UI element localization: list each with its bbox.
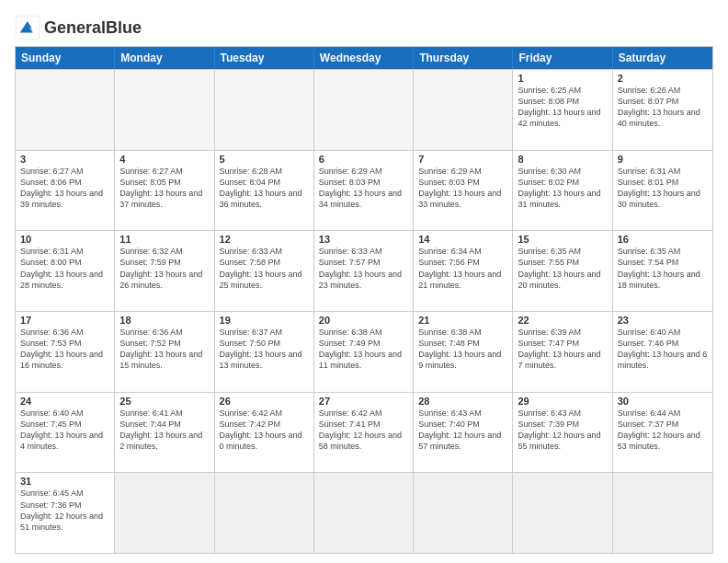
day-number: 10 xyxy=(20,234,109,245)
day-cell: 28Sunrise: 6:43 AM Sunset: 7:40 PM Dayli… xyxy=(414,393,513,473)
day-number: 16 xyxy=(618,234,708,245)
day-number: 13 xyxy=(319,234,408,245)
day-number: 9 xyxy=(618,154,708,165)
day-number: 22 xyxy=(518,315,607,326)
day-number: 11 xyxy=(119,234,209,245)
day-cell: 16Sunrise: 6:35 AM Sunset: 7:54 PM Dayli… xyxy=(613,231,712,311)
day-cell: 31Sunrise: 6:45 AM Sunset: 7:36 PM Dayli… xyxy=(16,473,115,553)
day-cell: 25Sunrise: 6:41 AM Sunset: 7:44 PM Dayli… xyxy=(115,393,214,473)
day-info: Sunrise: 6:43 AM Sunset: 7:39 PM Dayligh… xyxy=(518,408,607,453)
day-number: 17 xyxy=(20,315,109,326)
empty-cell xyxy=(115,473,214,553)
day-info: Sunrise: 6:36 AM Sunset: 7:52 PM Dayligh… xyxy=(119,327,209,372)
day-info: Sunrise: 6:39 AM Sunset: 7:47 PM Dayligh… xyxy=(518,327,607,372)
day-number: 28 xyxy=(418,396,507,407)
day-number: 12 xyxy=(220,234,309,245)
generalblue-icon xyxy=(15,15,40,40)
empty-cell xyxy=(414,70,513,150)
day-info: Sunrise: 6:45 AM Sunset: 7:36 PM Dayligh… xyxy=(20,488,109,533)
day-cell: 23Sunrise: 6:40 AM Sunset: 7:46 PM Dayli… xyxy=(613,312,712,392)
day-number: 31 xyxy=(20,476,109,487)
day-number: 30 xyxy=(618,396,708,407)
day-cell: 29Sunrise: 6:43 AM Sunset: 7:39 PM Dayli… xyxy=(513,393,612,473)
day-info: Sunrise: 6:42 AM Sunset: 7:42 PM Dayligh… xyxy=(220,408,309,453)
day-info: Sunrise: 6:27 AM Sunset: 8:05 PM Dayligh… xyxy=(119,166,209,211)
day-cell: 3Sunrise: 6:27 AM Sunset: 8:06 PM Daylig… xyxy=(16,151,115,231)
day-number: 25 xyxy=(119,396,209,407)
day-info: Sunrise: 6:35 AM Sunset: 7:54 PM Dayligh… xyxy=(618,246,708,291)
day-number: 23 xyxy=(618,315,708,326)
day-info: Sunrise: 6:33 AM Sunset: 7:58 PM Dayligh… xyxy=(220,246,309,291)
day-info: Sunrise: 6:33 AM Sunset: 7:57 PM Dayligh… xyxy=(319,246,408,291)
empty-cell xyxy=(513,473,612,553)
calendar-row: 31Sunrise: 6:45 AM Sunset: 7:36 PM Dayli… xyxy=(16,472,712,553)
day-cell: 13Sunrise: 6:33 AM Sunset: 7:57 PM Dayli… xyxy=(314,231,414,311)
day-number: 21 xyxy=(418,315,507,326)
day-number: 6 xyxy=(319,154,408,165)
day-number: 1 xyxy=(518,73,607,84)
day-info: Sunrise: 6:42 AM Sunset: 7:41 PM Dayligh… xyxy=(319,408,408,453)
day-cell: 27Sunrise: 6:42 AM Sunset: 7:41 PM Dayli… xyxy=(314,393,414,473)
day-info: Sunrise: 6:43 AM Sunset: 7:40 PM Dayligh… xyxy=(418,408,507,453)
day-cell: 9Sunrise: 6:31 AM Sunset: 8:01 PM Daylig… xyxy=(613,151,712,231)
day-cell: 4Sunrise: 6:27 AM Sunset: 8:05 PM Daylig… xyxy=(115,151,214,231)
day-number: 20 xyxy=(319,315,408,326)
day-info: Sunrise: 6:31 AM Sunset: 8:01 PM Dayligh… xyxy=(618,166,708,211)
day-info: Sunrise: 6:44 AM Sunset: 7:37 PM Dayligh… xyxy=(618,408,708,453)
weekday-header: Sunday xyxy=(16,47,115,69)
page: GeneralBlue SundayMondayTuesdayWednesday… xyxy=(0,0,728,563)
day-info: Sunrise: 6:31 AM Sunset: 8:00 PM Dayligh… xyxy=(20,246,109,291)
day-cell: 20Sunrise: 6:38 AM Sunset: 7:49 PM Dayli… xyxy=(314,312,414,392)
day-info: Sunrise: 6:37 AM Sunset: 7:50 PM Dayligh… xyxy=(220,327,309,372)
day-number: 8 xyxy=(518,154,607,165)
calendar-row: 24Sunrise: 6:40 AM Sunset: 7:45 PM Dayli… xyxy=(16,392,712,473)
empty-cell xyxy=(115,70,214,150)
weekday-header: Thursday xyxy=(414,47,513,69)
day-cell: 21Sunrise: 6:38 AM Sunset: 7:48 PM Dayli… xyxy=(414,312,513,392)
day-info: Sunrise: 6:29 AM Sunset: 8:03 PM Dayligh… xyxy=(319,166,408,211)
day-info: Sunrise: 6:36 AM Sunset: 7:53 PM Dayligh… xyxy=(20,327,109,372)
day-info: Sunrise: 6:41 AM Sunset: 7:44 PM Dayligh… xyxy=(119,408,209,453)
header: GeneralBlue xyxy=(15,15,713,40)
day-cell: 2Sunrise: 6:26 AM Sunset: 8:07 PM Daylig… xyxy=(613,70,712,150)
day-info: Sunrise: 6:29 AM Sunset: 8:03 PM Dayligh… xyxy=(418,166,507,211)
calendar-row: 10Sunrise: 6:31 AM Sunset: 8:00 PM Dayli… xyxy=(16,230,712,311)
day-info: Sunrise: 6:30 AM Sunset: 8:02 PM Dayligh… xyxy=(518,166,607,211)
calendar-row: 3Sunrise: 6:27 AM Sunset: 8:06 PM Daylig… xyxy=(16,150,712,231)
day-cell: 26Sunrise: 6:42 AM Sunset: 7:42 PM Dayli… xyxy=(215,393,314,473)
day-number: 19 xyxy=(220,315,309,326)
day-number: 5 xyxy=(220,154,309,165)
empty-cell xyxy=(414,473,513,553)
day-number: 18 xyxy=(119,315,209,326)
weekday-header: Tuesday xyxy=(215,47,314,69)
day-number: 26 xyxy=(220,396,309,407)
day-number: 29 xyxy=(518,396,607,407)
day-info: Sunrise: 6:40 AM Sunset: 7:45 PM Dayligh… xyxy=(20,408,109,453)
day-info: Sunrise: 6:35 AM Sunset: 7:55 PM Dayligh… xyxy=(518,246,607,291)
day-number: 4 xyxy=(119,154,209,165)
day-cell: 22Sunrise: 6:39 AM Sunset: 7:47 PM Dayli… xyxy=(513,312,612,392)
day-number: 14 xyxy=(418,234,507,245)
calendar-header: SundayMondayTuesdayWednesdayThursdayFrid… xyxy=(16,47,712,69)
day-cell: 19Sunrise: 6:37 AM Sunset: 7:50 PM Dayli… xyxy=(215,312,314,392)
day-info: Sunrise: 6:38 AM Sunset: 7:48 PM Dayligh… xyxy=(418,327,507,372)
day-cell: 11Sunrise: 6:32 AM Sunset: 7:59 PM Dayli… xyxy=(115,231,214,311)
day-cell: 14Sunrise: 6:34 AM Sunset: 7:56 PM Dayli… xyxy=(414,231,513,311)
day-number: 2 xyxy=(618,73,708,84)
day-info: Sunrise: 6:32 AM Sunset: 7:59 PM Dayligh… xyxy=(119,246,209,291)
day-number: 27 xyxy=(319,396,408,407)
weekday-header: Monday xyxy=(115,47,214,69)
calendar: SundayMondayTuesdayWednesdayThursdayFrid… xyxy=(15,46,713,554)
empty-cell xyxy=(314,473,414,553)
day-number: 3 xyxy=(20,154,109,165)
empty-cell xyxy=(314,70,414,150)
logo: GeneralBlue xyxy=(15,15,142,40)
day-info: Sunrise: 6:40 AM Sunset: 7:46 PM Dayligh… xyxy=(618,327,708,372)
day-info: Sunrise: 6:25 AM Sunset: 8:08 PM Dayligh… xyxy=(518,85,607,130)
day-info: Sunrise: 6:28 AM Sunset: 8:04 PM Dayligh… xyxy=(220,166,309,211)
day-cell: 7Sunrise: 6:29 AM Sunset: 8:03 PM Daylig… xyxy=(414,151,513,231)
day-info: Sunrise: 6:26 AM Sunset: 8:07 PM Dayligh… xyxy=(618,85,708,130)
day-number: 24 xyxy=(20,396,109,407)
weekday-header: Friday xyxy=(513,47,612,69)
calendar-body: 1Sunrise: 6:25 AM Sunset: 8:08 PM Daylig… xyxy=(16,69,712,553)
